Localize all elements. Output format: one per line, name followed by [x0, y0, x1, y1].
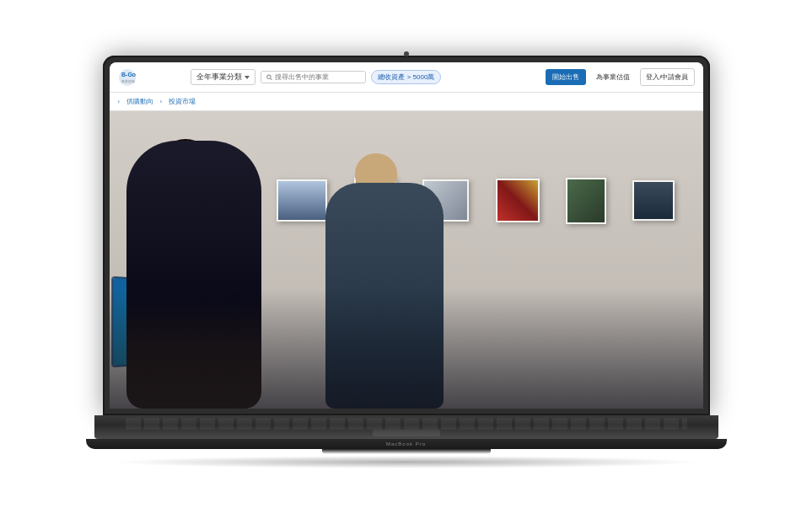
laptop-bottom: MacBook Pro [86, 439, 727, 449]
scene: B-Go 事業情報 全年事業分類 [0, 0, 812, 524]
login-label: 登入/中請會員 [646, 73, 688, 81]
sub-nav-item-1[interactable]: 供購動向 [126, 97, 153, 106]
laptop: B-Go 事業情報 全年事業分類 [86, 56, 727, 468]
sell-button[interactable]: 開始出售 [546, 69, 586, 85]
svg-text:事業情報: 事業情報 [121, 79, 135, 83]
valuation-button[interactable]: 為事業估值 [591, 69, 635, 85]
laptop-base [94, 415, 718, 439]
sell-label: 開始出售 [552, 73, 579, 81]
sub-nav: › 供購動向 › 投資市場 [110, 93, 703, 111]
category-chevron-icon [245, 76, 250, 79]
filter-label: 總收資產 > 5000萬 [378, 73, 434, 81]
arrow-icon-1: › [118, 99, 120, 104]
category-selector[interactable]: 全年事業分類 [191, 69, 255, 85]
sub-nav-item-2[interactable]: 投資市場 [169, 97, 196, 106]
wall-picture-6 [496, 179, 540, 222]
overlay-gradient [110, 290, 703, 409]
filter-badge[interactable]: 總收資產 > 5000萬 [371, 70, 441, 84]
search-input[interactable] [275, 73, 361, 81]
category-label: 全年事業分類 [196, 72, 242, 83]
valuation-label: 為事業估值 [596, 73, 630, 81]
screen-bezel: B-Go 事業情報 全年事業分類 [110, 62, 703, 409]
gallery-wall: 88 IDENTITY 24FSB3471SCF1 [110, 111, 703, 409]
search-box [261, 71, 367, 83]
laptop-stand [322, 449, 491, 454]
hero-section: 88 IDENTITY 24FSB3471SCF1 [110, 111, 703, 409]
arrow-icon-2: › [160, 99, 162, 104]
keyboard [126, 418, 687, 430]
wall-picture-7 [566, 178, 606, 224]
nav-bar: B-Go 事業情報 全年事業分類 [110, 62, 703, 93]
svg-line-4 [270, 78, 272, 80]
wall-picture-8 [632, 180, 675, 221]
login-button[interactable]: 登入/中請會員 [640, 68, 694, 86]
laptop-shadow [111, 456, 702, 468]
website: B-Go 事業情報 全年事業分類 [110, 62, 703, 409]
brand-label: MacBook Pro [386, 441, 426, 446]
screen-lid: B-Go 事業情報 全年事業分類 [103, 56, 710, 415]
search-icon [266, 74, 272, 81]
svg-point-3 [266, 75, 270, 78]
webcam [404, 51, 409, 56]
trackpad [373, 430, 440, 436]
svg-text:B-Go: B-Go [121, 72, 136, 78]
logo-icon: B-Go 事業情報 [118, 68, 137, 87]
logo-area: B-Go 事業情報 [118, 68, 186, 87]
